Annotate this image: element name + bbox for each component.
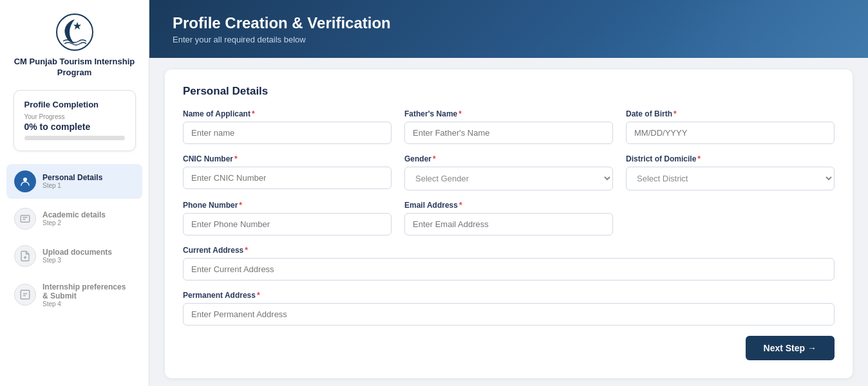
step2-name: Academic details <box>42 210 106 219</box>
step3-text: Upload documents Step 3 <box>42 248 112 264</box>
upload-documents-icon <box>14 245 36 267</box>
phone-number-group: Phone Number* <box>183 201 392 235</box>
internship-preferences-icon <box>14 284 36 306</box>
form-card: Personal Details Name of Applicant* Fath… <box>165 69 853 378</box>
fathers-name-label: Father's Name* <box>404 109 613 118</box>
phone-number-label: Phone Number* <box>183 201 392 210</box>
form-row-4: Current Address* <box>183 246 835 280</box>
progress-bar-bg <box>24 136 125 140</box>
header-banner: Profile Creation & Verification Enter yo… <box>149 0 868 58</box>
logo-title: CM Punjab Tourism Internship Program <box>0 57 149 78</box>
main-content: Profile Creation & Verification Enter yo… <box>149 0 868 386</box>
form-row-3: Phone Number* Email Address* <box>183 201 835 235</box>
cnic-number-group: CNIC Number* <box>183 154 392 190</box>
sidebar-item-internship-preferences[interactable]: Internship preferences& Submit Step 4 <box>6 276 142 314</box>
date-of-birth-input[interactable] <box>626 122 835 144</box>
email-address-input[interactable] <box>404 213 613 235</box>
next-step-button[interactable]: Next Step → <box>746 336 835 360</box>
date-of-birth-label: Date of Birth* <box>626 109 835 118</box>
gender-select[interactable]: Select Gender Male Female Other <box>404 167 613 190</box>
step3-name: Upload documents <box>42 248 112 257</box>
step2-text: Academic details Step 2 <box>42 210 106 226</box>
step4-text: Internship preferences& Submit Step 4 <box>42 282 126 308</box>
progress-label: Your Progress <box>24 113 125 120</box>
current-address-label: Current Address* <box>183 246 835 255</box>
sidebar: CM Punjab Tourism Internship Program Pro… <box>0 0 149 386</box>
required-star: * <box>252 109 255 118</box>
name-of-applicant-input[interactable] <box>183 122 392 144</box>
banner-title: Profile Creation & Verification <box>173 14 845 32</box>
gender-label: Gender* <box>404 154 613 163</box>
form-actions: Next Step → <box>183 336 835 360</box>
sidebar-item-personal-details[interactable]: Personal Details Step 1 <box>6 164 142 199</box>
gender-group: Gender* Select Gender Male Female Other <box>404 154 613 190</box>
banner-subtitle: Enter your all required details below <box>173 35 845 44</box>
section-title: Personal Details <box>183 85 835 98</box>
progress-percent: 0% to complete <box>24 122 125 132</box>
step1-name: Personal Details <box>42 173 102 182</box>
email-address-label: Email Address* <box>404 201 613 210</box>
phone-number-input[interactable] <box>183 213 392 235</box>
district-of-domicile-label: District of Domicile* <box>626 154 835 163</box>
permanent-address-group: Permanent Address* <box>183 291 835 326</box>
steps-list: Personal Details Step 1 Academic details… <box>0 164 149 317</box>
form-area: Personal Details Name of Applicant* Fath… <box>149 58 868 386</box>
fathers-name-input[interactable] <box>404 122 613 144</box>
step3-num: Step 3 <box>42 257 112 264</box>
district-of-domicile-select[interactable]: Select District Lahore Faisalabad Rawalp… <box>626 167 835 190</box>
current-address-input[interactable] <box>183 258 835 280</box>
name-of-applicant-label: Name of Applicant* <box>183 109 392 118</box>
cnic-number-input[interactable] <box>183 167 392 189</box>
permanent-address-input[interactable] <box>183 303 835 326</box>
logo-area: CM Punjab Tourism Internship Program <box>0 13 149 78</box>
form-row-5: Permanent Address* <box>183 291 835 326</box>
form-row-2: CNIC Number* Gender* Select Gender Male … <box>183 154 835 190</box>
academic-details-icon <box>14 208 36 230</box>
sidebar-item-academic-details[interactable]: Academic details Step 2 <box>6 201 142 236</box>
district-of-domicile-group: District of Domicile* Select District La… <box>626 154 835 190</box>
name-of-applicant-group: Name of Applicant* <box>183 109 392 144</box>
logo-icon <box>55 13 94 51</box>
profile-completion-card: Profile Completion Your Progress 0% to c… <box>14 90 136 151</box>
step2-num: Step 2 <box>42 219 106 226</box>
step4-num: Step 4 <box>42 300 126 308</box>
cnic-number-label: CNIC Number* <box>183 154 392 163</box>
svg-point-2 <box>23 178 27 181</box>
profile-completion-title: Profile Completion <box>24 100 125 109</box>
fathers-name-group: Father's Name* <box>404 109 613 144</box>
personal-details-icon <box>14 170 36 192</box>
date-of-birth-group: Date of Birth* <box>626 109 835 144</box>
sidebar-item-upload-documents[interactable]: Upload documents Step 3 <box>6 239 142 273</box>
step1-text: Personal Details Step 1 <box>42 173 102 189</box>
permanent-address-label: Permanent Address* <box>183 291 835 300</box>
step1-num: Step 1 <box>42 182 102 189</box>
svg-marker-1 <box>73 22 81 30</box>
step4-name: Internship preferences& Submit <box>42 282 126 300</box>
email-address-group: Email Address* <box>404 201 613 235</box>
current-address-group: Current Address* <box>183 246 835 280</box>
svg-rect-6 <box>21 291 30 300</box>
form-row-1: Name of Applicant* Father's Name* Date o… <box>183 109 835 144</box>
